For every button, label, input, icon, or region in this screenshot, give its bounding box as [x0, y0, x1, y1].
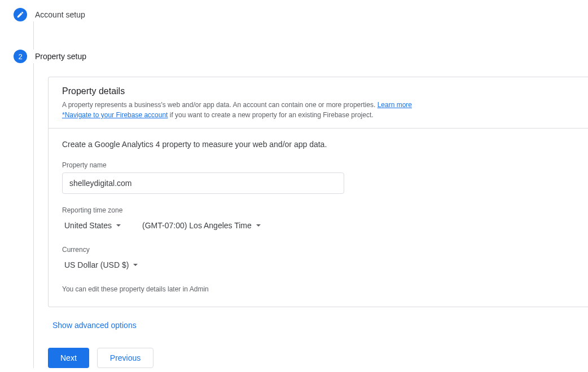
card-description: A property represents a business's web a…	[62, 100, 574, 120]
previous-button[interactable]: Previous	[97, 348, 153, 368]
property-name-input[interactable]	[62, 172, 344, 194]
currency-value: US Dollar (USD $)	[64, 260, 129, 269]
card-title: Property details	[62, 86, 574, 96]
learn-more-link[interactable]: Learn more	[378, 101, 412, 109]
chevron-down-icon	[116, 224, 121, 227]
vertical-connector	[14, 63, 34, 368]
step-label-account: Account setup	[35, 10, 85, 19]
show-advanced-options-link[interactable]: Show advanced options	[52, 321, 137, 330]
next-button[interactable]: Next	[48, 348, 89, 368]
step-label-property: Property setup	[35, 52, 86, 61]
step-account-setup[interactable]: Account setup	[14, 8, 588, 21]
chevron-down-icon	[133, 264, 138, 266]
country-value: United States	[64, 221, 112, 230]
currency-label: Currency	[62, 246, 574, 254]
chevron-down-icon	[256, 224, 261, 227]
step-property-setup: 2 Property setup	[14, 50, 588, 63]
property-details-card: Property details A property represents a…	[48, 77, 588, 307]
firebase-link[interactable]: *Navigate to your Firebase account	[62, 111, 168, 119]
timezone-value: (GMT-07:00) Los Angeles Time	[142, 221, 252, 230]
step-connector	[33, 21, 34, 50]
check-icon	[14, 8, 27, 21]
step-number-icon: 2	[14, 50, 27, 63]
timezone-dropdown[interactable]: (GMT-07:00) Los Angeles Time	[140, 218, 263, 233]
instruction-text: Create a Google Analytics 4 property to …	[62, 140, 574, 149]
reporting-timezone-label: Reporting time zone	[62, 206, 574, 214]
property-name-label: Property name	[62, 161, 574, 169]
country-dropdown[interactable]: United States	[62, 218, 123, 233]
admin-note: You can edit these property details late…	[62, 285, 574, 293]
currency-dropdown[interactable]: US Dollar (USD $)	[62, 257, 140, 273]
